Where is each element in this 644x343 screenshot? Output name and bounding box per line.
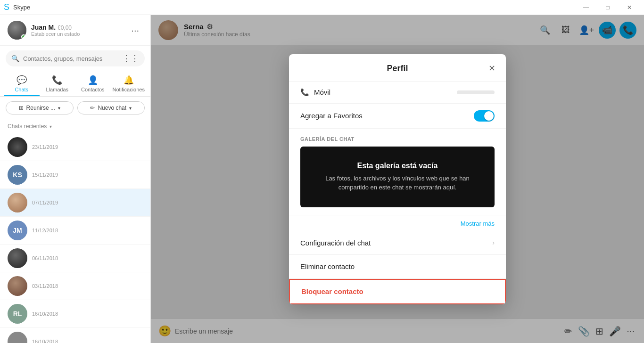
- phone-icon: 📞: [300, 88, 309, 97]
- favorites-row: Agregar a Favoritos: [289, 104, 506, 129]
- chat-info-3: 07/11/2019: [32, 200, 143, 205]
- block-contact-row[interactable]: Bloquear contacto: [289, 279, 506, 304]
- gallery-empty-text: Las fotos, los archivos y los vínculos w…: [312, 174, 483, 192]
- nuevo-chat-button[interactable]: ✏ Nuevo chat ▾: [77, 101, 145, 114]
- user-status: Establecer un estado: [31, 31, 80, 37]
- chat-avatar-1: [8, 137, 27, 157]
- close-button[interactable]: ✕: [619, 0, 640, 15]
- chat-avatar-8: [8, 332, 27, 343]
- tab-contacts-label: Contactos: [81, 87, 105, 92]
- app-title: Skype: [13, 4, 30, 11]
- show-more-link[interactable]: Mostrar más: [461, 220, 495, 227]
- recent-chats-label: Chats recientes: [8, 123, 47, 130]
- delete-label: Eliminar contacto: [300, 262, 355, 270]
- favorites-toggle[interactable]: [474, 110, 495, 122]
- gallery-empty-title: Esta galería está vacía: [312, 162, 483, 170]
- mobile-row: 📞 Móvil: [289, 82, 506, 104]
- modal-header: Perfil ✕: [289, 54, 506, 82]
- sidebar-header: Juan M. €0,00 Establecer un estado ···: [0, 15, 150, 46]
- chat-avatar-3: [8, 193, 27, 212]
- modal-title: Perfil: [387, 64, 408, 74]
- chat-list: 23/11/2019 KS 15/11/2019 07/11/2019 JM 1…: [0, 133, 150, 343]
- reunirse-chevron: ▾: [58, 106, 60, 111]
- main-content: Serna ⚙ Última conexión hace días 🔍 🖼 👤+…: [151, 15, 644, 343]
- config-row[interactable]: Configuración del chat ›: [289, 231, 506, 255]
- chat-item[interactable]: 16/10/2018: [0, 328, 150, 343]
- online-indicator: [21, 34, 26, 39]
- maximize-button[interactable]: □: [597, 0, 619, 15]
- chevron-right-icon: ›: [492, 239, 495, 246]
- chat-info-6: 03/11/2018: [32, 283, 143, 289]
- favorites-label: Agregar a Favoritos: [300, 112, 363, 120]
- sidebar: Juan M. €0,00 Establecer un estado ··· 🔍…: [0, 15, 151, 343]
- search-icon: 🔍: [11, 55, 19, 62]
- chat-avatar-7: RL: [8, 304, 27, 324]
- show-more: Mostrar más: [289, 215, 506, 231]
- chat-item[interactable]: 23/11/2019: [0, 133, 150, 161]
- chat-date-8: 16/10/2018: [32, 339, 143, 343]
- user-details: Juan M. €0,00 Establecer un estado: [31, 24, 80, 37]
- chat-date-7: 16/10/2018: [32, 311, 143, 317]
- tab-notifications[interactable]: 🔔 Notificaciones: [111, 71, 147, 96]
- chat-date-1: 23/11/2019: [32, 144, 143, 150]
- chat-info-2: 15/11/2019: [32, 172, 143, 178]
- tab-chats-label: Chats: [15, 87, 28, 92]
- chat-info-4: 11/12/2018: [32, 228, 143, 233]
- chat-info-8: 16/10/2018: [32, 339, 143, 343]
- chat-item[interactable]: 06/11/2018: [0, 245, 150, 272]
- modal-close-button[interactable]: ✕: [485, 62, 498, 75]
- grid-button[interactable]: ⋮⋮: [122, 53, 139, 64]
- chat-date-4: 11/12/2018: [32, 228, 143, 233]
- skype-logo-icon: S: [4, 2, 9, 12]
- sidebar-tabs: 💬 Chats 📞 Llamadas 👤 Contactos 🔔 Notific…: [0, 71, 150, 97]
- chat-info-1: 23/11/2019: [32, 144, 143, 150]
- chat-item[interactable]: RL 16/10/2018: [0, 300, 150, 328]
- gallery-section: GALERÍA DEL CHAT Esta galería está vacía…: [289, 129, 506, 215]
- chat-item[interactable]: KS 15/11/2019: [0, 161, 150, 189]
- user-avatar[interactable]: [8, 21, 26, 40]
- chat-item[interactable]: 03/11/2018: [0, 272, 150, 300]
- toggle-knob: [484, 111, 494, 121]
- chats-icon: 💬: [17, 75, 27, 85]
- chat-avatar-2: KS: [8, 165, 27, 185]
- titlebar: S Skype — □ ✕: [0, 0, 644, 15]
- recent-chats-header[interactable]: Chats recientes ▾: [0, 119, 150, 133]
- delete-contact-row[interactable]: Eliminar contacto: [289, 255, 506, 279]
- user-name: Juan M. €0,00: [31, 24, 80, 31]
- mobile-value: [457, 90, 495, 94]
- reunirse-icon: ⊞: [19, 105, 24, 111]
- tab-notifications-label: Notificaciones: [113, 87, 145, 92]
- modal-body: 📞 Móvil Agregar a Favoritos: [289, 82, 506, 304]
- calls-icon: 📞: [52, 75, 62, 85]
- tab-chats[interactable]: 💬 Chats: [4, 71, 40, 96]
- chat-info-5: 06/11/2018: [32, 255, 143, 261]
- chat-avatar-4: JM: [8, 220, 27, 240]
- gallery-empty: Esta galería está vacía Las fotos, los a…: [300, 147, 495, 207]
- notifications-icon: 🔔: [124, 75, 134, 85]
- reunirse-button[interactable]: ⊞ Reunirse ... ▾: [6, 101, 74, 114]
- mobile-label: 📞 Móvil: [300, 88, 330, 97]
- reunirse-label: Reunirse ...: [26, 105, 55, 111]
- contacts-icon: 👤: [88, 75, 98, 85]
- action-buttons: ⊞ Reunirse ... ▾ ✏ Nuevo chat ▾: [0, 97, 150, 119]
- search-bar: 🔍 ⋮⋮: [6, 50, 145, 66]
- chat-avatar-6: [8, 276, 27, 296]
- more-options-button[interactable]: ···: [127, 23, 143, 38]
- config-label: Configuración del chat: [300, 239, 371, 247]
- chat-info-7: 16/10/2018: [32, 311, 143, 317]
- chat-item-active[interactable]: 07/11/2019: [0, 189, 150, 217]
- tab-calls[interactable]: 📞 Llamadas: [40, 71, 75, 96]
- nuevo-chat-label: Nuevo chat: [98, 105, 126, 111]
- app-body: Juan M. €0,00 Establecer un estado ··· 🔍…: [0, 15, 644, 343]
- nuevo-chat-chevron: ▾: [129, 106, 132, 111]
- tab-contacts[interactable]: 👤 Contactos: [75, 71, 111, 96]
- search-input[interactable]: [23, 55, 118, 62]
- chat-avatar-5: [8, 248, 27, 268]
- tab-calls-label: Llamadas: [46, 87, 68, 92]
- minimize-button[interactable]: —: [575, 0, 597, 15]
- chat-date-2: 15/11/2019: [32, 172, 143, 178]
- chat-item[interactable]: JM 11/12/2018: [0, 217, 150, 245]
- titlebar-left: S Skype: [4, 2, 30, 12]
- gallery-section-label: GALERÍA DEL CHAT: [300, 136, 495, 142]
- profile-modal: Perfil ✕ 📞 Móvil Agregar: [289, 54, 506, 304]
